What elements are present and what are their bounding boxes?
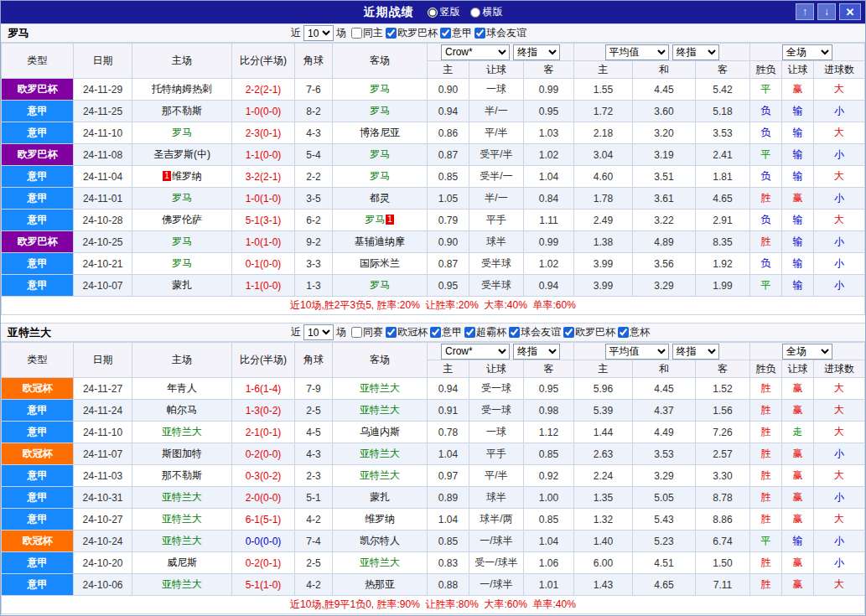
down-arrow-icon: ↓	[824, 6, 829, 18]
handicap-line: 平手	[469, 443, 524, 465]
bookmaker-select[interactable]: Crow*	[441, 44, 510, 60]
filter-checkbox[interactable]: 意甲	[430, 325, 462, 339]
avg-draw-odds: 3.61	[633, 188, 696, 210]
home-team-name: 托特纳姆热刺	[152, 83, 212, 95]
up-arrow-icon: ↑	[802, 6, 807, 18]
corner-score: 6-2	[295, 210, 333, 231]
filter-checkbox-input[interactable]	[386, 327, 397, 338]
avg-away-odds: 1.56	[696, 400, 750, 422]
match-scope-select[interactable]: 全场	[782, 44, 832, 60]
corner-score: 4-2	[295, 509, 333, 531]
away-team-cell: 乌迪内斯	[333, 422, 428, 443]
match-date: 24-10-27	[74, 509, 132, 531]
bookmaker-select[interactable]: Crow*	[441, 344, 510, 360]
corner-score: 3-5	[295, 188, 333, 210]
filter-checkbox-input[interactable]	[430, 327, 441, 338]
away-team-cell: 基辅迪纳摩	[333, 231, 428, 253]
scroll-up-button[interactable]: ↑	[796, 3, 814, 20]
home-team-cell: 那不勒斯	[132, 465, 232, 487]
recent-games-select[interactable]: 10	[303, 25, 334, 41]
odds-average-select[interactable]: 平均值	[605, 44, 669, 60]
away-team-cell: 蒙扎	[333, 487, 428, 509]
odds-average-select[interactable]: 平均值	[605, 344, 669, 360]
handicap-line: 受半/一	[469, 166, 524, 188]
away-team-cell: 罗马	[333, 79, 428, 101]
corner-score: 2-3	[295, 465, 333, 487]
near-label: 近	[291, 26, 301, 40]
handicap-away-odds: 1.11	[524, 210, 574, 231]
match-row: 意甲 24-10-07 蒙扎 1-1(0-0) 1-3 罗马 0.95 受半球 …	[2, 275, 865, 297]
filter-checkbox-input[interactable]	[440, 28, 451, 39]
home-team-name: 亚特兰大	[162, 513, 202, 525]
away-team-cell: 罗马	[333, 144, 428, 166]
handicap-line: 平手	[469, 210, 524, 231]
filter-checkbox-input[interactable]	[563, 327, 574, 338]
filter-checkbox[interactable]: 超霸杯	[464, 325, 506, 339]
handicap-home-odds: 0.97	[428, 465, 469, 487]
match-row: 欧罗巴杯 24-11-08 圣吉罗斯(中) 1-1(0-0) 5-4 罗马 0.…	[2, 144, 865, 166]
col-handicap-result: 让球	[782, 360, 814, 378]
close-button[interactable]: ✕	[839, 3, 861, 20]
filter-checkbox[interactable]: 欧冠杯	[386, 325, 428, 339]
layout-radio-horizontal[interactable]: 横版	[470, 5, 503, 19]
score: 0-0(0-0)	[232, 531, 295, 552]
away-team-name: 罗马	[365, 214, 385, 225]
away-team-cell: 罗马	[333, 101, 428, 122]
score: 1-3(0-2)	[232, 400, 295, 422]
match-scope-select[interactable]: 全场	[782, 344, 832, 360]
handicap-line: 半/一	[469, 101, 524, 122]
filter-checkbox[interactable]: 球会友谊	[509, 325, 561, 339]
scroll-down-button[interactable]: ↓	[817, 3, 836, 20]
result-goals: 大	[814, 210, 865, 231]
layout-radio-vertical[interactable]: 竖版	[428, 5, 460, 19]
handicap-away-odds: 0.84	[524, 188, 574, 210]
filter-checkbox[interactable]: 同赛	[351, 325, 383, 339]
odds-final-select[interactable]: 终指	[672, 344, 719, 360]
filter-checkbox[interactable]: 意甲	[440, 26, 472, 40]
handicap-final-select[interactable]: 终指	[513, 44, 560, 60]
away-team-cell: 亚特兰大	[333, 552, 428, 574]
filter-checkbox-label: 意杯	[630, 325, 650, 339]
result-wdl: 负	[750, 101, 782, 122]
home-team-name: 威尼斯	[167, 556, 197, 568]
handicap-away-odds: 0.85	[524, 443, 574, 465]
avg-home-odds: 3.99	[574, 275, 633, 297]
filter-checkbox[interactable]: 球会友谊	[474, 26, 526, 40]
layout-radio-horizontal-input[interactable]	[470, 8, 480, 18]
recent-games-select[interactable]: 10	[303, 324, 334, 340]
filter-checkbox-input[interactable]	[618, 327, 629, 338]
handicap-line: 一/球半	[469, 531, 524, 552]
home-team-name: 那不勒斯	[162, 105, 202, 116]
filter-checkbox-input[interactable]	[474, 28, 485, 39]
result-goals: 大	[814, 400, 865, 422]
home-team-cell: 年青人	[132, 378, 232, 400]
score: 2-1(0-1)	[232, 422, 295, 443]
home-team-cell: 亚特兰大	[132, 422, 232, 443]
filter-checkbox[interactable]: 欧罗巴杯	[386, 26, 438, 40]
match-row: 意甲 24-11-10 罗马 2-3(0-1) 4-3 博洛尼亚 0.86 平/…	[2, 122, 865, 144]
filter-checkbox[interactable]: 意杯	[618, 325, 650, 339]
filter-checkbox-input[interactable]	[351, 28, 362, 39]
filter-checkbox[interactable]: 同主	[351, 26, 383, 40]
filter-checkbox-input[interactable]	[386, 28, 397, 39]
col-handicap-line: 让球	[469, 61, 524, 79]
handicap-final-select[interactable]: 终指	[513, 344, 560, 360]
filter-checkbox-input[interactable]	[509, 327, 520, 338]
games-unit-label: 场	[336, 325, 346, 339]
match-type-badge: 欧罗巴杯	[2, 79, 74, 101]
handicap-away-odds: 0.98	[524, 400, 574, 422]
filter-checkbox-input[interactable]	[464, 327, 475, 338]
filter-checkbox-input[interactable]	[351, 327, 362, 338]
filter-checkbox[interactable]: 欧罗巴杯	[563, 325, 615, 339]
match-type-badge: 意甲	[2, 188, 74, 210]
result-goals: 小	[814, 487, 865, 509]
handicap-line: 受一球	[469, 378, 524, 400]
layout-radio-vertical-input[interactable]	[428, 8, 438, 18]
corner-score: 4-3	[295, 443, 333, 465]
home-team-cell: 威尼斯	[132, 552, 232, 574]
away-team-name: 亚特兰大	[360, 404, 400, 416]
away-team-name: 热那亚	[365, 578, 395, 590]
match-type-badge: 意甲	[2, 422, 74, 443]
odds-final-select[interactable]: 终指	[672, 44, 719, 60]
handicap-away-odds: 0.99	[524, 231, 574, 253]
